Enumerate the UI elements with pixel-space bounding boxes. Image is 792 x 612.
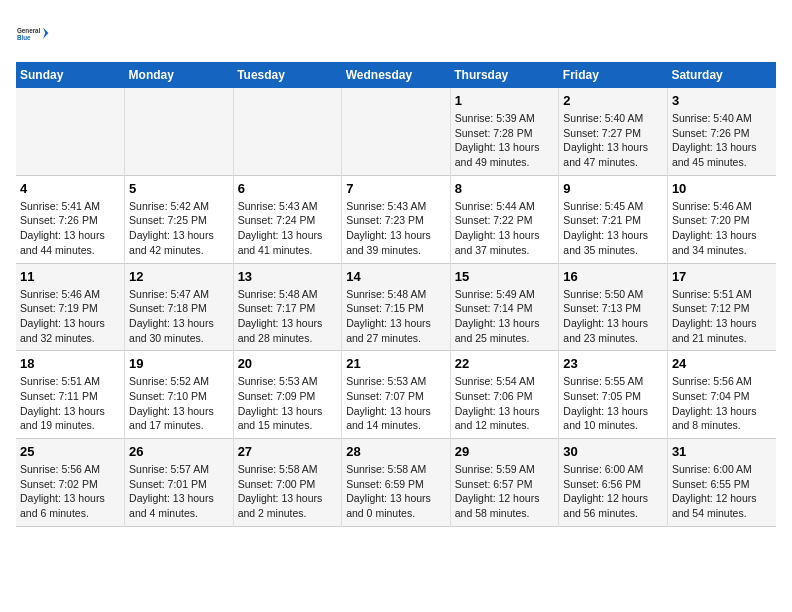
- day-info: Sunrise: 5:50 AM Sunset: 7:13 PM Dayligh…: [563, 287, 663, 346]
- calendar-cell: 8Sunrise: 5:44 AM Sunset: 7:22 PM Daylig…: [450, 175, 559, 263]
- calendar-table: SundayMondayTuesdayWednesdayThursdayFrid…: [16, 62, 776, 527]
- day-number: 27: [238, 444, 338, 459]
- day-number: 4: [20, 181, 120, 196]
- calendar-header: SundayMondayTuesdayWednesdayThursdayFrid…: [16, 62, 776, 88]
- day-number: 14: [346, 269, 446, 284]
- logo-icon: GeneralBlue: [16, 16, 52, 52]
- day-number: 7: [346, 181, 446, 196]
- day-number: 3: [672, 93, 772, 108]
- day-number: 18: [20, 356, 120, 371]
- weekday-header: Wednesday: [342, 62, 451, 88]
- calendar-cell: 17Sunrise: 5:51 AM Sunset: 7:12 PM Dayli…: [667, 263, 776, 351]
- calendar-cell: 3Sunrise: 5:40 AM Sunset: 7:26 PM Daylig…: [667, 88, 776, 175]
- day-number: 31: [672, 444, 772, 459]
- calendar-cell: 20Sunrise: 5:53 AM Sunset: 7:09 PM Dayli…: [233, 351, 342, 439]
- calendar-cell: 30Sunrise: 6:00 AM Sunset: 6:56 PM Dayli…: [559, 439, 668, 527]
- day-info: Sunrise: 5:44 AM Sunset: 7:22 PM Dayligh…: [455, 199, 555, 258]
- calendar-cell: 29Sunrise: 5:59 AM Sunset: 6:57 PM Dayli…: [450, 439, 559, 527]
- calendar-cell: 28Sunrise: 5:58 AM Sunset: 6:59 PM Dayli…: [342, 439, 451, 527]
- day-number: 12: [129, 269, 229, 284]
- calendar-week-row: 1Sunrise: 5:39 AM Sunset: 7:28 PM Daylig…: [16, 88, 776, 175]
- calendar-cell: 13Sunrise: 5:48 AM Sunset: 7:17 PM Dayli…: [233, 263, 342, 351]
- day-number: 5: [129, 181, 229, 196]
- day-info: Sunrise: 5:51 AM Sunset: 7:11 PM Dayligh…: [20, 374, 120, 433]
- day-number: 30: [563, 444, 663, 459]
- day-number: 28: [346, 444, 446, 459]
- day-info: Sunrise: 5:55 AM Sunset: 7:05 PM Dayligh…: [563, 374, 663, 433]
- day-info: Sunrise: 5:59 AM Sunset: 6:57 PM Dayligh…: [455, 462, 555, 521]
- day-info: Sunrise: 5:40 AM Sunset: 7:27 PM Dayligh…: [563, 111, 663, 170]
- day-number: 11: [20, 269, 120, 284]
- day-info: Sunrise: 5:47 AM Sunset: 7:18 PM Dayligh…: [129, 287, 229, 346]
- calendar-cell: 25Sunrise: 5:56 AM Sunset: 7:02 PM Dayli…: [16, 439, 125, 527]
- calendar-cell: [233, 88, 342, 175]
- day-info: Sunrise: 5:53 AM Sunset: 7:07 PM Dayligh…: [346, 374, 446, 433]
- calendar-cell: [16, 88, 125, 175]
- day-number: 8: [455, 181, 555, 196]
- day-number: 6: [238, 181, 338, 196]
- day-info: Sunrise: 5:53 AM Sunset: 7:09 PM Dayligh…: [238, 374, 338, 433]
- calendar-cell: 7Sunrise: 5:43 AM Sunset: 7:23 PM Daylig…: [342, 175, 451, 263]
- calendar-week-row: 25Sunrise: 5:56 AM Sunset: 7:02 PM Dayli…: [16, 439, 776, 527]
- day-number: 20: [238, 356, 338, 371]
- day-info: Sunrise: 5:49 AM Sunset: 7:14 PM Dayligh…: [455, 287, 555, 346]
- day-number: 16: [563, 269, 663, 284]
- calendar-week-row: 4Sunrise: 5:41 AM Sunset: 7:26 PM Daylig…: [16, 175, 776, 263]
- weekday-header: Sunday: [16, 62, 125, 88]
- day-number: 17: [672, 269, 772, 284]
- day-info: Sunrise: 5:40 AM Sunset: 7:26 PM Dayligh…: [672, 111, 772, 170]
- day-info: Sunrise: 5:54 AM Sunset: 7:06 PM Dayligh…: [455, 374, 555, 433]
- svg-marker-2: [43, 27, 48, 39]
- day-number: 2: [563, 93, 663, 108]
- day-number: 29: [455, 444, 555, 459]
- day-number: 25: [20, 444, 120, 459]
- calendar-cell: 12Sunrise: 5:47 AM Sunset: 7:18 PM Dayli…: [125, 263, 234, 351]
- calendar-cell: 23Sunrise: 5:55 AM Sunset: 7:05 PM Dayli…: [559, 351, 668, 439]
- calendar-cell: 16Sunrise: 5:50 AM Sunset: 7:13 PM Dayli…: [559, 263, 668, 351]
- calendar-cell: 22Sunrise: 5:54 AM Sunset: 7:06 PM Dayli…: [450, 351, 559, 439]
- calendar-cell: 4Sunrise: 5:41 AM Sunset: 7:26 PM Daylig…: [16, 175, 125, 263]
- calendar-cell: 27Sunrise: 5:58 AM Sunset: 7:00 PM Dayli…: [233, 439, 342, 527]
- calendar-cell: 14Sunrise: 5:48 AM Sunset: 7:15 PM Dayli…: [342, 263, 451, 351]
- weekday-header: Monday: [125, 62, 234, 88]
- svg-text:General: General: [17, 27, 41, 34]
- day-info: Sunrise: 5:43 AM Sunset: 7:23 PM Dayligh…: [346, 199, 446, 258]
- calendar-cell: 6Sunrise: 5:43 AM Sunset: 7:24 PM Daylig…: [233, 175, 342, 263]
- weekday-header: Tuesday: [233, 62, 342, 88]
- day-number: 19: [129, 356, 229, 371]
- logo: GeneralBlue: [16, 16, 52, 52]
- calendar-cell: 18Sunrise: 5:51 AM Sunset: 7:11 PM Dayli…: [16, 351, 125, 439]
- day-info: Sunrise: 5:46 AM Sunset: 7:19 PM Dayligh…: [20, 287, 120, 346]
- day-info: Sunrise: 6:00 AM Sunset: 6:56 PM Dayligh…: [563, 462, 663, 521]
- day-info: Sunrise: 5:51 AM Sunset: 7:12 PM Dayligh…: [672, 287, 772, 346]
- day-number: 21: [346, 356, 446, 371]
- day-info: Sunrise: 5:56 AM Sunset: 7:04 PM Dayligh…: [672, 374, 772, 433]
- weekday-header: Saturday: [667, 62, 776, 88]
- calendar-body: 1Sunrise: 5:39 AM Sunset: 7:28 PM Daylig…: [16, 88, 776, 526]
- day-number: 22: [455, 356, 555, 371]
- calendar-cell: 26Sunrise: 5:57 AM Sunset: 7:01 PM Dayli…: [125, 439, 234, 527]
- calendar-cell: 15Sunrise: 5:49 AM Sunset: 7:14 PM Dayli…: [450, 263, 559, 351]
- day-info: Sunrise: 5:56 AM Sunset: 7:02 PM Dayligh…: [20, 462, 120, 521]
- header-row: SundayMondayTuesdayWednesdayThursdayFrid…: [16, 62, 776, 88]
- calendar-cell: 2Sunrise: 5:40 AM Sunset: 7:27 PM Daylig…: [559, 88, 668, 175]
- calendar-cell: 24Sunrise: 5:56 AM Sunset: 7:04 PM Dayli…: [667, 351, 776, 439]
- calendar-week-row: 11Sunrise: 5:46 AM Sunset: 7:19 PM Dayli…: [16, 263, 776, 351]
- day-number: 1: [455, 93, 555, 108]
- svg-text:Blue: Blue: [17, 34, 31, 41]
- weekday-header: Friday: [559, 62, 668, 88]
- calendar-cell: 11Sunrise: 5:46 AM Sunset: 7:19 PM Dayli…: [16, 263, 125, 351]
- day-number: 10: [672, 181, 772, 196]
- day-number: 26: [129, 444, 229, 459]
- calendar-cell: 5Sunrise: 5:42 AM Sunset: 7:25 PM Daylig…: [125, 175, 234, 263]
- calendar-cell: [342, 88, 451, 175]
- calendar-cell: 19Sunrise: 5:52 AM Sunset: 7:10 PM Dayli…: [125, 351, 234, 439]
- day-info: Sunrise: 5:46 AM Sunset: 7:20 PM Dayligh…: [672, 199, 772, 258]
- calendar-cell: 1Sunrise: 5:39 AM Sunset: 7:28 PM Daylig…: [450, 88, 559, 175]
- day-number: 15: [455, 269, 555, 284]
- day-info: Sunrise: 5:41 AM Sunset: 7:26 PM Dayligh…: [20, 199, 120, 258]
- calendar-cell: 21Sunrise: 5:53 AM Sunset: 7:07 PM Dayli…: [342, 351, 451, 439]
- weekday-header: Thursday: [450, 62, 559, 88]
- day-info: Sunrise: 5:48 AM Sunset: 7:15 PM Dayligh…: [346, 287, 446, 346]
- day-number: 24: [672, 356, 772, 371]
